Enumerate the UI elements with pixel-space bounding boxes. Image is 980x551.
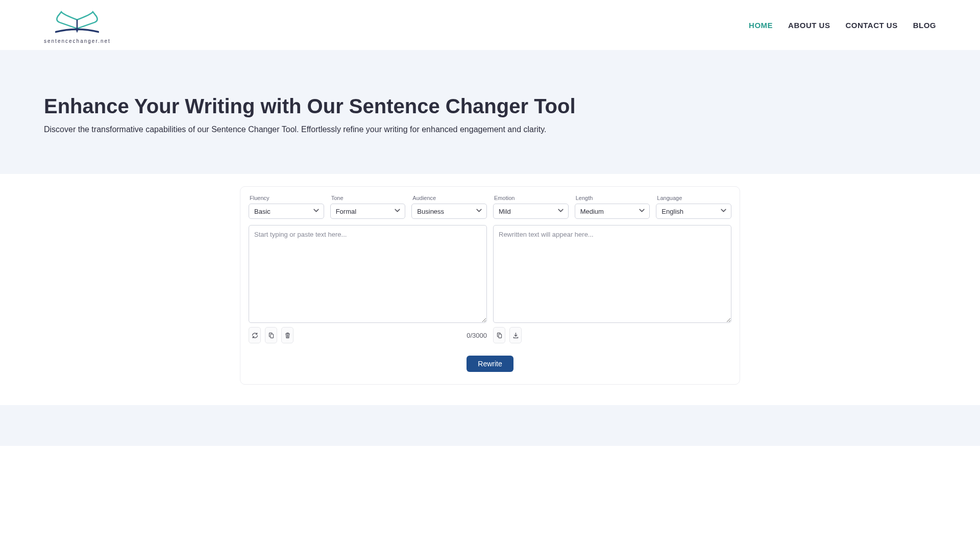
svg-rect-3 xyxy=(498,334,501,338)
main-nav: HOME ABOUT US CONTACT US BLOG xyxy=(749,21,936,30)
audience-select[interactable]: Business xyxy=(411,204,487,219)
audience-value: Business xyxy=(417,208,444,215)
nav-blog[interactable]: BLOG xyxy=(913,21,936,30)
input-textarea[interactable] xyxy=(249,225,487,323)
character-counter: 0/3000 xyxy=(467,332,487,339)
options-row: Fluency Basic Tone Formal Audience Busin… xyxy=(249,195,731,219)
page-title: Enhance Your Writing with Our Sentence C… xyxy=(44,95,936,118)
clear-button[interactable] xyxy=(281,327,293,343)
emotion-label: Emotion xyxy=(494,195,569,201)
refresh-icon xyxy=(252,332,258,339)
refresh-button[interactable] xyxy=(249,327,261,343)
paste-icon xyxy=(268,332,275,339)
chevron-down-icon xyxy=(313,207,320,215)
nav-about-us[interactable]: ABOUT US xyxy=(788,21,830,30)
brand-logo[interactable]: sentencechanger.net xyxy=(44,7,111,44)
emotion-value: Mild xyxy=(499,208,511,215)
chevron-down-icon xyxy=(394,207,401,215)
footer-strip xyxy=(0,405,980,446)
paste-button[interactable] xyxy=(265,327,277,343)
download-button[interactable] xyxy=(509,327,522,343)
chevron-down-icon xyxy=(557,207,564,215)
trash-icon xyxy=(284,332,291,339)
fluency-label: Fluency xyxy=(250,195,324,201)
language-select[interactable]: English xyxy=(656,204,731,219)
tool-card: Fluency Basic Tone Formal Audience Busin… xyxy=(240,186,740,385)
length-value: Medium xyxy=(580,208,604,215)
logo-mark-icon xyxy=(49,7,105,37)
chevron-down-icon xyxy=(720,207,727,215)
svg-rect-1 xyxy=(270,334,273,338)
language-value: English xyxy=(662,208,683,215)
brand-tagline: sentencechanger.net xyxy=(44,38,111,44)
tone-label: Tone xyxy=(331,195,406,201)
tone-value: Formal xyxy=(336,208,356,215)
nav-contact-us[interactable]: CONTACT US xyxy=(845,21,897,30)
length-label: Length xyxy=(576,195,650,201)
tone-select[interactable]: Formal xyxy=(330,204,406,219)
fluency-value: Basic xyxy=(254,208,271,215)
fluency-select[interactable]: Basic xyxy=(249,204,324,219)
copy-button[interactable] xyxy=(493,327,505,343)
rewrite-button[interactable]: Rewrite xyxy=(467,356,513,372)
emotion-select[interactable]: Mild xyxy=(493,204,569,219)
hero-section: Enhance Your Writing with Our Sentence C… xyxy=(0,50,980,174)
audience-label: Audience xyxy=(412,195,487,201)
length-select[interactable]: Medium xyxy=(575,204,650,219)
chevron-down-icon xyxy=(476,207,482,215)
language-label: Language xyxy=(657,195,731,201)
page-subtitle: Discover the transformative capabilities… xyxy=(44,125,936,134)
copy-icon xyxy=(496,332,503,339)
output-textarea[interactable] xyxy=(493,225,731,323)
nav-home[interactable]: HOME xyxy=(749,21,773,30)
chevron-down-icon xyxy=(639,207,645,215)
download-icon xyxy=(512,332,519,339)
